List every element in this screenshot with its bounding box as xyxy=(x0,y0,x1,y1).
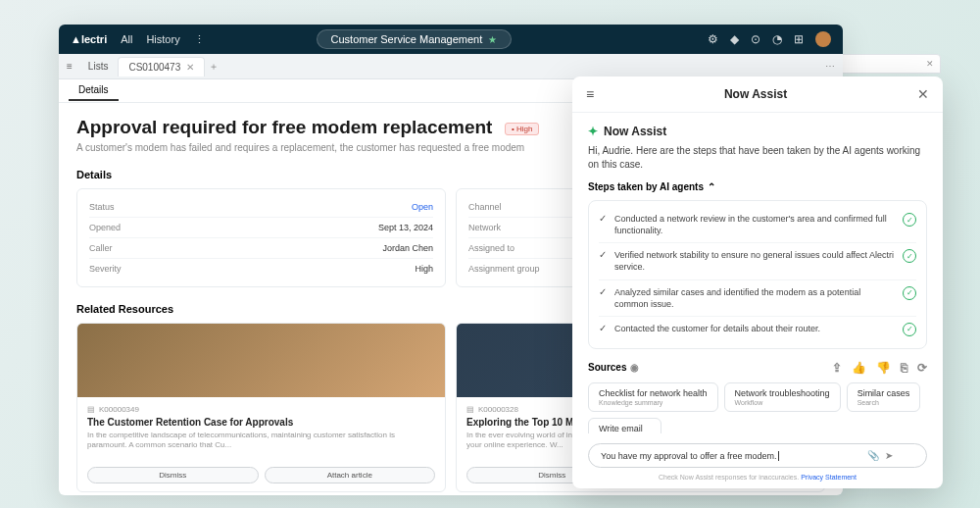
detail-severity: SeverityHigh xyxy=(89,259,433,279)
assist-body: ✦ Now Assist Hi, Audrie. Here are the st… xyxy=(572,113,943,433)
status-done-icon: ✓ xyxy=(903,249,916,263)
sub-tab-details[interactable]: Details xyxy=(69,80,119,101)
step-2: ✓Verified network stability to ensure no… xyxy=(599,243,916,279)
status-done-icon: ✓ xyxy=(903,323,916,336)
assist-header-title: Now Assist xyxy=(594,87,917,101)
assist-menu-icon[interactable]: ≡ xyxy=(586,86,594,102)
help-icon[interactable]: ⊙ xyxy=(751,32,760,46)
status-done-icon: ✓ xyxy=(903,286,916,300)
nav-all[interactable]: All xyxy=(121,33,132,45)
priority-badge: • High xyxy=(505,123,539,135)
refresh-icon[interactable]: ⟳ xyxy=(917,361,927,375)
chip-troubleshooting[interactable]: Network troubleshootingWorkflow xyxy=(724,382,841,412)
source-chips: Checklist for network healthKnowledge su… xyxy=(588,382,927,433)
thumbs-up-icon[interactable]: 👍 xyxy=(852,361,866,375)
resource-desc-1: In the competitive landscape of telecomm… xyxy=(87,431,435,451)
workspace-pill[interactable]: Customer Service Management ★ xyxy=(317,29,513,49)
assist-greeting: Hi, Audrie. Here are the steps that have… xyxy=(588,144,927,172)
check-icon: ✓ xyxy=(599,323,607,333)
star-icon: ★ xyxy=(488,34,497,45)
gear-icon[interactable]: ⚙ xyxy=(708,32,718,46)
logo: ▲lectri xyxy=(71,33,107,45)
assist-input[interactable]: You have my approval to offer a free mod… xyxy=(588,443,927,468)
tab-close-icon[interactable]: ✕ xyxy=(186,62,194,73)
step-3: ✓Analyzed similar cases and identified t… xyxy=(599,280,916,317)
steps-card: ✓Conducted a network review in the custo… xyxy=(588,200,927,349)
attachment-icon[interactable]: 📎 xyxy=(867,450,879,461)
assist-input-row: You have my approval to offer a free mod… xyxy=(572,433,943,474)
assist-brand: ✦ Now Assist xyxy=(588,125,927,138)
tab-case-active[interactable]: CS0100473 ✕ xyxy=(118,57,205,76)
top-bar: ▲lectri All History ⋮ Customer Service M… xyxy=(59,25,843,54)
assist-header: ≡ Now Assist ✕ xyxy=(572,76,943,113)
tab-lists[interactable]: Lists xyxy=(78,57,119,76)
avatar[interactable] xyxy=(815,31,831,47)
thumbs-down-icon[interactable]: 👎 xyxy=(876,361,891,375)
sources-row: Sources ◉ ⇪ 👍 👎 ⎘ ⟳ xyxy=(588,361,927,375)
steps-toggle[interactable]: Steps taken by AI agents ⌃ xyxy=(588,181,927,192)
close-icon[interactable]: ✕ xyxy=(926,59,934,69)
chip-similar-cases[interactable]: Similar casesSearch xyxy=(847,382,921,412)
detail-caller: CallerJordan Chen xyxy=(89,238,433,259)
copy-icon[interactable]: ⎘ xyxy=(901,361,907,375)
check-icon: ✓ xyxy=(599,249,607,260)
share-icon[interactable]: ⇪ xyxy=(832,361,842,375)
hamburger-icon[interactable]: ≡ xyxy=(67,61,73,72)
tab-add-icon[interactable]: ＋ xyxy=(209,60,219,74)
chevron-up-icon: ⌃ xyxy=(708,181,715,192)
sources-count-icon: ◉ xyxy=(630,362,639,373)
tab-more-icon[interactable]: ⋯ xyxy=(825,61,835,72)
step-4: ✓Contacted the customer for details abou… xyxy=(599,317,916,342)
grid-icon[interactable]: ⊞ xyxy=(794,32,804,46)
check-icon: ✓ xyxy=(599,213,607,224)
check-icon: ✓ xyxy=(599,286,607,297)
resource-card-1[interactable]: ▤K00000349 The Customer Retention Case f… xyxy=(76,323,446,492)
location-icon[interactable]: ◆ xyxy=(730,32,739,46)
doc-icon: ▤ xyxy=(466,405,474,414)
detail-opened: OpenedSept 13, 2024 xyxy=(89,218,433,238)
detail-status: StatusOpen xyxy=(89,197,433,218)
assist-footer: Check Now Assist responses for inaccurac… xyxy=(572,474,943,488)
attach-button-1[interactable]: Attach article xyxy=(265,467,436,483)
nav-more-icon[interactable]: ⋮ xyxy=(194,33,205,46)
send-icon[interactable]: ➤ xyxy=(885,450,893,461)
chip-checklist[interactable]: Checklist for network healthKnowledge su… xyxy=(588,382,718,412)
details-card-left: StatusOpen OpenedSept 13, 2024 CallerJor… xyxy=(76,188,446,287)
chip-write-email[interactable]: Write emailEmail generation xyxy=(588,418,662,433)
bell-icon[interactable]: ◔ xyxy=(772,32,782,46)
sparkle-icon: ✦ xyxy=(588,125,598,138)
privacy-link[interactable]: Privacy Statement xyxy=(801,474,857,481)
status-done-icon: ✓ xyxy=(903,213,916,227)
page-title: Approval required for free modem replace… xyxy=(76,117,492,138)
step-1: ✓Conducted a network review in the custo… xyxy=(599,207,916,243)
resource-image-1 xyxy=(77,324,445,397)
nav-history[interactable]: History xyxy=(146,33,179,45)
dismiss-button-1[interactable]: Dismiss xyxy=(87,467,259,483)
now-assist-panel: ≡ Now Assist ✕ ✦ Now Assist Hi, Audrie. … xyxy=(572,76,943,488)
assist-close-icon[interactable]: ✕ xyxy=(917,86,929,102)
resource-meta-1: ▤K00000349 xyxy=(87,405,435,414)
resource-title-1: The Customer Retention Case for Approval… xyxy=(87,417,435,428)
doc-icon: ▤ xyxy=(87,405,95,414)
